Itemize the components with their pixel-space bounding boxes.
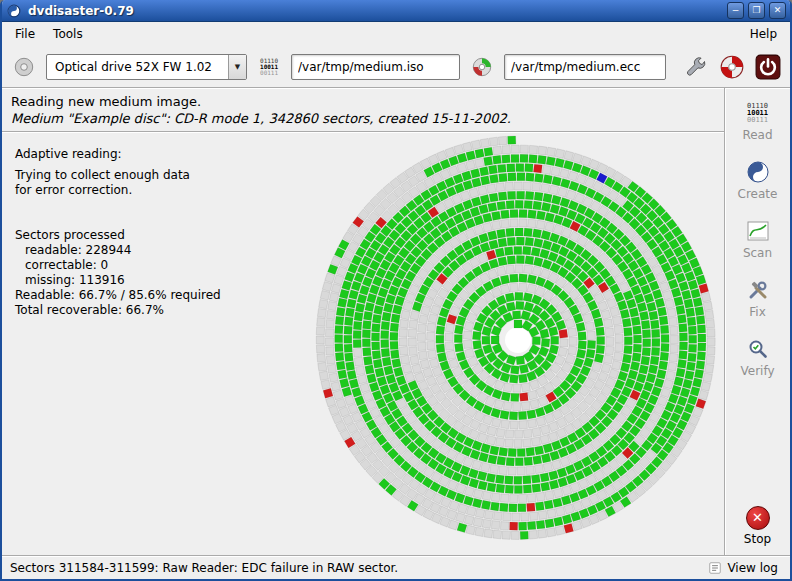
titlebar[interactable]: dvdisaster-0.79 − ❐ ✕ [2,0,790,22]
sectors-missing: missing: 113916 [15,273,221,288]
sectors-readable: readable: 228944 [15,243,221,258]
statusbar: Sectors 311584-311599: Raw Reader: EDC f… [2,555,790,579]
app-window: dvdisaster-0.79 − ❐ ✕ File Tools Help Op… [0,0,792,581]
verify-label: Verify [740,364,774,378]
quit-power-icon[interactable] [754,53,782,81]
mode-desc-line1: Trying to collect enough data [15,168,221,183]
close-button[interactable]: ✕ [769,2,786,19]
yin-yang-icon [746,159,770,185]
drive-select-value: Optical drive 52X FW 1.02 [47,55,228,79]
ecc-file-input[interactable] [504,54,666,80]
maximize-button[interactable]: ❐ [748,2,765,19]
content-panel: Reading new medium image. Medium "Exampl… [2,88,724,555]
binary-icon: 01110 10011 00111 [747,100,768,126]
minimize-button[interactable]: − [727,2,744,19]
view-log-button[interactable]: View log [704,559,782,577]
page-title: Reading new medium image. [11,94,715,109]
window-title: dvdisaster-0.79 [26,4,723,18]
toolbar: Optical drive 52X FW 1.02 ▼ 01110 10011 … [2,46,790,88]
sector-spiral [305,134,724,548]
reading-body: Adaptive reading: Trying to collect enou… [2,132,724,555]
status-message: Sectors 311584-311599: Raw Reader: EDC f… [10,561,698,575]
create-label: Create [738,187,778,201]
image-file-input[interactable] [291,54,460,80]
fix-button[interactable]: Fix [730,274,786,322]
medium-info: Medium "Example disc": CD-R mode 1, 3428… [11,111,715,126]
read-button[interactable]: 01110 10011 00111 Read [730,97,786,145]
menu-help[interactable]: Help [741,24,786,44]
drive-icon[interactable] [10,53,38,81]
main-area: Reading new medium image. Medium "Exampl… [2,88,790,555]
tools-icon [746,277,770,303]
page-header: Reading new medium image. Medium "Exampl… [2,88,724,132]
stop-label: Stop [744,532,771,546]
log-icon [708,561,722,575]
reading-info-panel: Adaptive reading: Trying to collect enou… [15,147,221,318]
recoverable-percentage: Total recoverable: 66.7% [15,303,221,318]
stop-icon: ✕ [746,506,770,530]
sectors-title: Sectors processed [15,228,221,243]
mode-desc-line2: for error correction. [15,183,221,198]
app-icon [6,3,22,19]
menu-tools[interactable]: Tools [44,24,92,44]
image-file-binary-icon: 01110 10011 00111 [255,53,283,81]
magnifier-check-icon [746,336,770,362]
menubar: File Tools Help [2,22,790,46]
drive-select[interactable]: Optical drive 52X FW 1.02 ▼ [46,54,247,80]
stop-button[interactable]: ✕ Stop [730,503,786,549]
read-label: Read [742,128,772,142]
verify-button[interactable]: Verify [730,333,786,381]
chevron-down-icon: ▼ [228,55,246,79]
menu-file[interactable]: File [6,24,44,44]
ecc-file-disc-icon [468,53,496,81]
scan-label: Scan [743,246,772,260]
scan-button[interactable]: Scan [730,215,786,263]
scan-chart-icon [746,218,770,244]
preferences-wrench-icon[interactable] [682,53,710,81]
action-sidebar: 01110 10011 00111 Read Create [724,88,790,555]
fix-label: Fix [749,305,765,319]
create-button[interactable]: Create [730,156,786,204]
readable-percentage: Readable: 66.7% / 85.6% required [15,288,221,303]
view-log-label: View log [727,561,778,575]
dvdisaster-logo-icon[interactable] [718,53,746,81]
sectors-correctable: correctable: 0 [15,258,221,273]
mode-title: Adaptive reading: [15,147,221,162]
